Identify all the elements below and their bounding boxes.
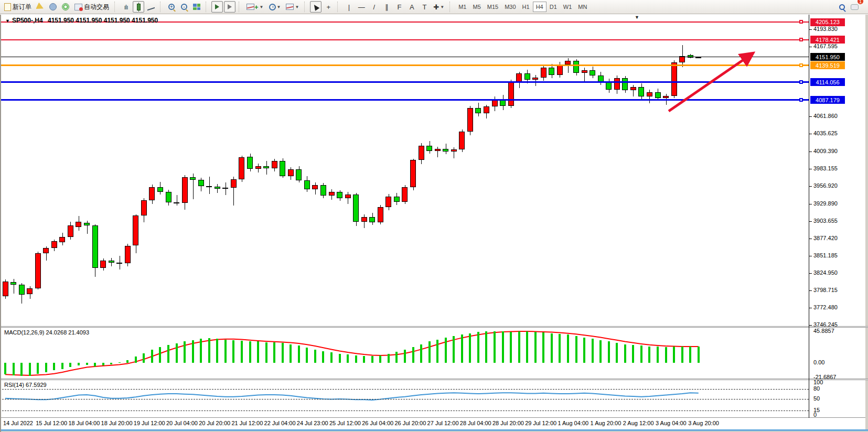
macd-histogram-bar (78, 363, 80, 365)
macd-histogram-bar (86, 363, 88, 365)
profile-button[interactable] (47, 1, 59, 13)
timeframe-m30[interactable]: M30 (501, 2, 519, 12)
time-axis-label: 1 Aug 04:00 (558, 420, 588, 426)
time-axis[interactable]: 14 Jul 202215 Jul 12:0018 Jul 04:0018 Ju… (1, 418, 809, 429)
macd-histogram-bar (339, 354, 341, 363)
macd-histogram-bar (200, 339, 202, 363)
signal-icon (62, 3, 69, 10)
toolbar-separator (114, 2, 117, 12)
profile-icon (49, 3, 57, 10)
time-axis-label: 25 Jul 12:00 (329, 420, 361, 426)
horizontal-line-icon: — (358, 3, 365, 11)
trend-arrow-annotation[interactable] (1, 15, 809, 326)
timeframe-m5[interactable]: M5 (469, 2, 484, 12)
timeframe-mn[interactable]: MN (575, 2, 590, 12)
time-axis-label: 18 Jul 20:00 (101, 420, 133, 426)
channel-tool-button[interactable]: ∥ (381, 1, 392, 13)
main-price-pane[interactable] (1, 15, 809, 326)
chart-shift-button[interactable] (224, 1, 235, 13)
timeframe-m1[interactable]: M1 (455, 2, 469, 12)
zoom-out-button[interactable]: - (178, 1, 190, 13)
price-tick (809, 239, 812, 239)
vertical-line-tool-button[interactable]: | (343, 1, 355, 13)
macd-histogram-bar (208, 338, 210, 363)
macd-histogram-bar (412, 347, 414, 363)
timeframe-w1[interactable]: W1 (560, 2, 575, 12)
macd-pane[interactable] (1, 328, 809, 379)
time-axis-label: 27 Jul 12:00 (427, 420, 459, 426)
cone-button[interactable] (35, 1, 46, 13)
candlestick-chart-button[interactable] (133, 1, 144, 13)
rsi-pane[interactable] (1, 380, 809, 417)
templates-button[interactable]: ▼ (284, 1, 301, 13)
fibonacci-tool-button[interactable]: F (393, 1, 405, 13)
macd-histogram-bar (110, 363, 112, 364)
trend-line-tool-button[interactable]: / (368, 1, 380, 13)
price-tick-label: 3851.185 (813, 252, 838, 258)
text-label-tool-button[interactable]: T (419, 1, 430, 13)
time-axis-label: 20 Jul 04:00 (166, 420, 198, 426)
chart-shift-icon (228, 4, 232, 9)
macd-axis-label: 0.00 (813, 359, 824, 365)
autotrade-button[interactable]: 自动交易 (72, 1, 111, 13)
candlestick-chart-icon (137, 4, 141, 10)
cursor-tool-button[interactable] (310, 1, 322, 13)
mt4-window: 新订单 自动交易 ılı + - +▼ ▼ ▼ (0, 0, 868, 432)
new-order-button[interactable]: 新订单 (2, 1, 34, 13)
time-axis-label: 26 Jul 20:00 (394, 420, 426, 426)
macd-histogram-bar (379, 355, 381, 363)
zoom-in-button[interactable]: + (166, 1, 177, 13)
crosshair-tool-button[interactable]: + (323, 1, 334, 13)
macd-histogram-bar (265, 342, 267, 363)
line-chart-button[interactable] (145, 1, 157, 13)
pane-separator[interactable] (1, 326, 868, 328)
equidistant-channel-icon: ∥ (385, 3, 389, 11)
macd-histogram-bar (4, 363, 6, 374)
price-tick (809, 256, 812, 256)
price-tick-label: 3956.920 (813, 182, 838, 189)
zoom-in-icon: + (168, 4, 175, 10)
arrows-tool-button[interactable]: ✚▼ (431, 1, 446, 13)
chevron-down-icon: ▼ (277, 5, 281, 9)
autotrade-label: 自动交易 (84, 3, 109, 12)
macd-histogram-bar (567, 334, 569, 363)
price-badge-4114.056: 4114.056 (810, 78, 845, 86)
chart-shift-marker[interactable]: ▼ (635, 15, 639, 20)
timeframe-m15[interactable]: M15 (484, 2, 501, 12)
cone-icon (36, 2, 45, 12)
timeframe-d1[interactable]: D1 (546, 2, 560, 12)
macd-histogram-bar (119, 362, 121, 363)
vertical-line-icon: | (348, 3, 350, 11)
macd-histogram-bar (592, 339, 594, 363)
bar-chart-button[interactable]: ılı (120, 1, 132, 13)
rsi-level-50 (2, 399, 809, 399)
tile-windows-button[interactable] (191, 1, 202, 13)
macd-histogram-bar (290, 344, 292, 363)
signals-button[interactable] (60, 1, 71, 13)
time-axis-label: 21 Jul 12:00 (231, 420, 263, 426)
macd-histogram-bar (20, 363, 23, 376)
macd-histogram-bar (436, 340, 438, 363)
price-tick-label: 4009.390 (813, 148, 838, 154)
zoom-out-icon: - (181, 4, 187, 10)
chevron-down-icon[interactable]: ▼ (5, 18, 10, 24)
pane-separator[interactable] (1, 379, 868, 380)
toolbar-separator (449, 2, 452, 12)
macd-histogram-bar (616, 343, 618, 363)
periods-button[interactable]: ▼ (267, 1, 283, 13)
auto-scroll-button[interactable] (211, 1, 223, 13)
chevron-down-icon: ▼ (260, 5, 264, 9)
timeframe-h4[interactable]: H4 (533, 2, 546, 12)
macd-histogram-bar (322, 351, 324, 363)
macd-histogram-bar (151, 350, 153, 363)
search-button[interactable] (836, 1, 848, 13)
timeframe-h1[interactable]: H1 (519, 2, 533, 12)
price-tick (809, 186, 812, 187)
time-axis-label: 19 Jul 12:00 (134, 420, 165, 426)
rsi-line (1, 380, 809, 417)
text-tool-button[interactable]: A (406, 1, 417, 13)
chart-window: ▼SP500-,H4 4151.950 4151.950 4151.950 41… (0, 15, 868, 432)
notifications-button[interactable]: 1 (849, 1, 861, 13)
indicators-button[interactable]: +▼ (244, 1, 266, 13)
horizontal-line-tool-button[interactable]: — (356, 1, 367, 13)
